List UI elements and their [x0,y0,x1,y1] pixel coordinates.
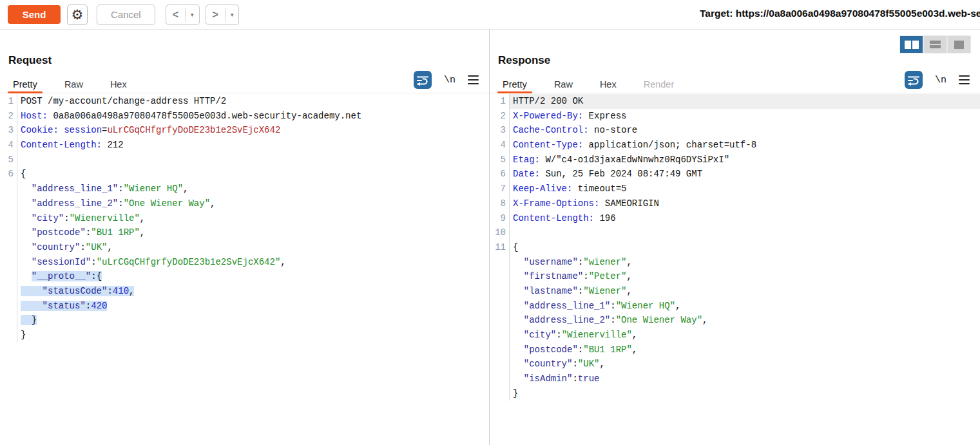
line-number: 4 [0,138,17,153]
response-panel: Response Pretty Raw Hex Render \n 1HTTP/… [490,30,980,445]
response-tab-hex[interactable]: Hex [600,75,617,93]
code-line: 5Etag: W/"c4-o1d3jaxaEdwNnwhz0Rq6DYSiPxI… [490,153,980,167]
code-line: 8X-Frame-Options: SAMEORIGIN [490,196,980,211]
code-line: 2Host: 0a8a006a0498a97080478f55005e003d.… [0,109,489,124]
request-editor[interactable]: 1POST /my-account/change-address HTTP/22… [0,94,489,445]
code-line: 3Cache-Control: no-store [490,123,980,138]
code-line: } [490,386,980,401]
line-number [490,299,510,314]
code-line: "country":"UK", [490,357,980,372]
word-wrap-toggle[interactable] [414,71,432,89]
line-number [490,284,510,299]
next-dropdown-button[interactable]: ▾ [226,12,239,18]
line-number [0,328,17,343]
settings-button[interactable]: ⚙ [67,5,88,25]
prev-request-button[interactable]: < [166,5,185,24]
line-number: 4 [490,138,510,153]
gear-icon: ⚙ [72,8,84,21]
code-line: "city":"Wienerville", [490,328,980,343]
show-newlines-toggle[interactable]: \n [444,75,456,86]
response-tab-pretty[interactable]: Pretty [503,75,527,93]
rows-layout-icon [930,41,941,48]
response-tab-raw[interactable]: Raw [554,75,573,93]
word-wrap-icon [414,71,432,89]
line-number [490,313,510,328]
view-layout-switcher [899,35,971,53]
line-number: 2 [490,109,510,124]
prev-dropdown-button[interactable]: ▾ [186,12,199,18]
line-number: 8 [490,196,510,211]
request-title: Request [8,54,52,67]
line-number [490,372,510,386]
request-tab-pretty[interactable]: Pretty [13,75,37,93]
line-number [0,284,17,299]
line-number: 10 [490,225,510,240]
hamburger-icon [468,75,479,77]
code-line: 3Cookie: session=uLrCGqCHfgrfyDoDE23b1e2… [0,123,489,138]
code-line: "address_line_1":"Wiener HQ", [0,182,489,196]
line-number [0,313,17,328]
code-line: 1POST /my-account/change-address HTTP/2 [0,94,489,109]
line-number: 11 [490,240,510,255]
code-line: "country":"UK", [0,240,489,255]
code-line: 9Content-Length: 196 [490,211,980,226]
code-line: 4Content-Length: 212 [0,138,489,153]
request-tab-hex[interactable]: Hex [110,75,127,93]
code-line: 11{ [490,240,980,255]
word-wrap-toggle[interactable] [905,71,923,89]
send-button[interactable]: Send [8,5,61,24]
single-layout-icon [954,41,964,49]
code-line: "city":"Wienerville", [0,211,489,226]
line-number: 1 [0,94,17,109]
line-number: 6 [0,167,17,182]
editor-menu-button[interactable] [959,73,970,87]
line-number: 5 [0,153,17,167]
code-line: "__proto__":{ [0,269,489,284]
line-number [0,196,17,211]
code-line: } [0,328,489,343]
line-number [490,386,510,401]
request-editor-tools: \n [414,71,479,89]
code-line: "statusCode":410, [0,284,489,299]
request-panel: Request Pretty Raw Hex \n 1POST /my-acco… [0,30,490,445]
columns-layout-icon [905,41,911,49]
line-number: 3 [0,123,17,138]
code-line: "firstname":"Peter", [490,269,980,284]
response-title: Response [498,54,550,67]
editor-menu-button[interactable] [468,73,479,87]
layout-single-button[interactable] [948,36,970,53]
line-number [0,182,17,196]
response-editor[interactable]: 1HTTP/2 200 OK2X-Powered-By: Express3Cac… [490,94,980,445]
line-number: 3 [490,123,510,138]
word-wrap-icon [905,71,923,89]
line-number [0,299,17,314]
request-tab-raw[interactable]: Raw [64,75,83,93]
code-line: "username":"wiener", [490,255,980,270]
code-line: 5 [0,153,489,167]
cancel-button[interactable]: Cancel [97,5,155,25]
code-line: "sessionId":"uLrCGqCHfgrfyDoDE23b1e2SvEj… [0,255,489,270]
layout-rows-button[interactable] [924,36,946,53]
show-newlines-toggle[interactable]: \n [935,75,946,86]
line-number [0,240,17,255]
code-line: "postcode":"BU1 1RP", [490,343,980,357]
code-line: "address_line_2":"One Wiener Way", [490,313,980,328]
hamburger-icon [959,75,970,77]
line-number [490,269,510,284]
line-number [490,328,510,343]
layout-columns-button[interactable] [900,36,923,53]
line-number [490,255,510,270]
response-tab-render: Render [644,75,675,93]
line-number: 7 [490,182,510,196]
prev-request-control: < ▾ [166,5,200,25]
line-number: 6 [490,167,510,182]
line-number: 9 [490,211,510,226]
code-line: 1HTTP/2 200 OK [490,94,980,109]
line-number [0,255,17,270]
line-number: 1 [490,94,510,109]
repeater-panels: Request Pretty Raw Hex \n 1POST /my-acco… [0,30,980,445]
code-line: "status":420 [0,299,489,314]
toolbar: Send ⚙ Cancel < ▾ > ▾ Target: https://0a… [0,0,980,30]
next-request-button[interactable]: > [206,5,225,24]
line-number: 2 [0,109,17,124]
